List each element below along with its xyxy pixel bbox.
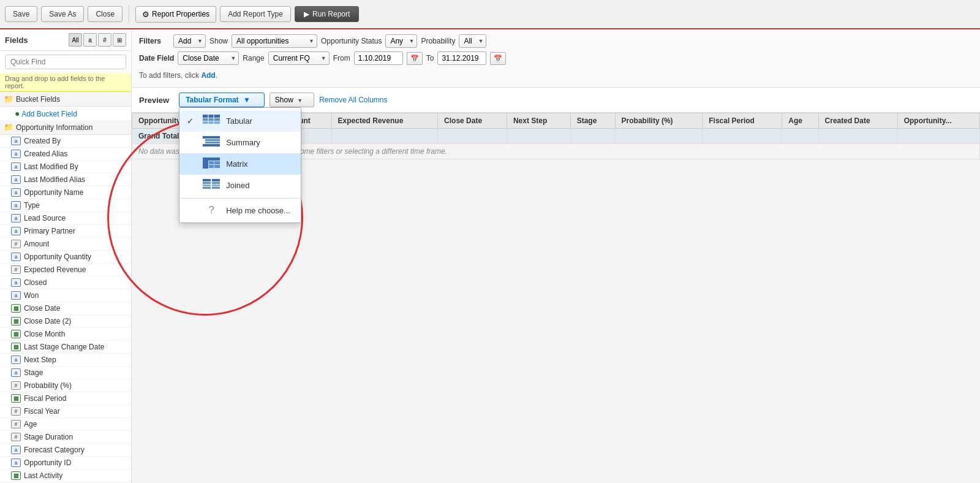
format-option-summary[interactable]: Summary <box>179 132 301 153</box>
to-calendar-button[interactable]: 📅 <box>490 52 506 65</box>
drag-hint: Drag and drop to add fields to the repor… <box>0 73 131 92</box>
svg-rect-7 <box>205 142 220 143</box>
report-properties-button[interactable]: ⚙ Report Properties <box>135 6 216 23</box>
add-link[interactable]: Add <box>201 71 215 80</box>
field-item[interactable]: aNext Step <box>0 354 131 367</box>
field-item[interactable]: aForecast Category <box>0 444 131 457</box>
field-item[interactable]: aWon <box>0 289 131 302</box>
range-filter-select[interactable]: Current FQ <box>268 51 330 65</box>
svg-rect-16 <box>212 179 220 181</box>
field-item[interactable]: aLead Source <box>0 212 131 225</box>
field-item[interactable]: aLast Modified Alias <box>0 173 131 186</box>
sidebar-header: Fields All a # ⊞ <box>0 29 131 51</box>
tab-all[interactable]: All <box>69 33 82 47</box>
close-button[interactable]: Close <box>88 6 123 22</box>
field-item[interactable]: aOpportunity ID <box>0 457 131 470</box>
field-item[interactable]: aOpportunity Quantity <box>0 251 131 264</box>
preview-section: Preview Tabular Format ▼ ✓ <box>132 88 980 483</box>
opportunity-status-label: Opportunity Status <box>321 37 382 45</box>
format-dropdown-arrow: ▼ <box>243 96 251 104</box>
save-as-button[interactable]: Save As <box>41 6 84 22</box>
field-label: Amount <box>24 240 49 248</box>
field-item[interactable]: aStage <box>0 367 131 379</box>
field-label: Closed <box>24 278 47 287</box>
field-type-icon: a <box>11 162 21 171</box>
add-bucket-field[interactable]: ● Add Bucket Field <box>0 107 131 120</box>
folder-icon2: 📁 <box>4 123 13 132</box>
format-option-joined[interactable]: Joined <box>179 175 301 196</box>
svg-rect-18 <box>212 182 220 184</box>
matrix-icon <box>203 158 220 170</box>
filters-section: Filters Add ▼ Show All opportunities ▼ O… <box>132 29 980 88</box>
field-item[interactable]: ▦Close Month <box>0 328 131 341</box>
bucket-fields-header[interactable]: 📁 Bucket Fields <box>0 92 131 107</box>
field-item[interactable]: aType <box>0 199 131 212</box>
format-label: Tabular Format <box>186 96 238 104</box>
opp-info-header[interactable]: 📁 Opportunity Information <box>0 120 131 135</box>
folder-icon: 📁 <box>4 94 13 104</box>
field-item[interactable]: aCreated By <box>0 135 131 148</box>
format-option-matrix[interactable]: Matrix <box>179 153 301 175</box>
field-item[interactable]: aLast Modified By <box>0 161 131 173</box>
field-item[interactable]: ▦Close Date (2) <box>0 315 131 328</box>
tabular-format-button[interactable]: Tabular Format ▼ <box>179 93 265 107</box>
matrix-label: Matrix <box>226 159 247 169</box>
status-select-wrap: Any ▼ <box>385 34 417 48</box>
tab-num[interactable]: # <box>98 33 111 47</box>
summary-icon <box>203 136 220 149</box>
field-item[interactable]: #Amount <box>0 238 131 251</box>
field-item[interactable]: #Probability (%) <box>0 379 131 392</box>
field-type-icon: a <box>11 175 21 184</box>
tabular-icon <box>203 115 220 127</box>
format-dropdown-menu: ✓ Tabular <box>179 107 301 223</box>
add-filter-select[interactable]: Add <box>173 34 206 48</box>
to-date-input[interactable] <box>437 51 486 65</box>
add-report-type-button[interactable]: Add Report Type <box>220 6 291 22</box>
field-item[interactable]: aOpportunity Name <box>0 186 131 199</box>
field-item[interactable]: aCreated Alias <box>0 148 131 161</box>
fields-list: 📁 Bucket Fields ● Add Bucket Field 📁 Opp… <box>0 92 131 483</box>
show-button[interactable]: Show ▼ <box>270 93 314 107</box>
svg-rect-20 <box>212 184 220 186</box>
report-properties-label: Report Properties <box>152 10 209 18</box>
svg-rect-11 <box>209 161 214 164</box>
save-button[interactable]: Save <box>5 6 37 22</box>
col-stage: Stage <box>570 113 615 129</box>
field-type-icon: # <box>11 265 21 274</box>
grand-totals-id <box>897 129 979 144</box>
field-label: Created By <box>24 137 61 145</box>
status-filter-select[interactable]: Any <box>385 34 417 48</box>
field-item[interactable]: #Stage Duration <box>0 431 131 444</box>
field-item[interactable]: #Expected Revenue <box>0 264 131 276</box>
show-filter-select[interactable]: All opportunities <box>232 34 317 48</box>
format-option-tabular[interactable]: ✓ Tabular <box>179 110 301 132</box>
field-item[interactable]: aClosed <box>0 276 131 289</box>
remove-columns-link[interactable]: Remove All Columns <box>319 96 387 104</box>
field-type-icon: ▦ <box>11 471 21 480</box>
field-item[interactable]: ▦Last Activity <box>0 470 131 482</box>
tab-alpha[interactable]: a <box>83 33 97 47</box>
from-calendar-button[interactable]: 📅 <box>407 52 423 65</box>
probability-filter-select[interactable]: All <box>459 34 486 48</box>
field-type-icon: a <box>11 278 21 287</box>
date-field-select[interactable]: Close Date <box>178 51 239 65</box>
field-item[interactable]: #Age <box>0 418 131 431</box>
svg-rect-0 <box>203 115 220 118</box>
field-label: Last Activity <box>24 471 62 480</box>
joined-label: Joined <box>226 181 249 190</box>
content-area: Filters Add ▼ Show All opportunities ▼ O… <box>132 29 980 483</box>
field-item[interactable]: ▦Fiscal Period <box>0 392 131 405</box>
from-date-input[interactable] <box>354 51 403 65</box>
quick-find-input[interactable] <box>5 55 126 69</box>
run-report-button[interactable]: ▶ Run Report <box>295 6 359 22</box>
tab-date[interactable]: ⊞ <box>113 33 126 47</box>
field-type-icon: a <box>11 356 21 364</box>
format-option-help[interactable]: ? Help me choose... <box>179 200 301 220</box>
field-item[interactable]: #Fiscal Year <box>0 405 131 418</box>
field-type-icon: a <box>11 291 21 300</box>
field-label: Close Month <box>24 330 65 338</box>
field-item[interactable]: ▦Last Stage Change Date <box>0 341 131 354</box>
field-item[interactable]: aPrimary Partner <box>0 225 131 238</box>
field-item[interactable]: ▦Close Date <box>0 302 131 315</box>
add-filter-hint: To add filters, click Add. <box>139 69 973 82</box>
